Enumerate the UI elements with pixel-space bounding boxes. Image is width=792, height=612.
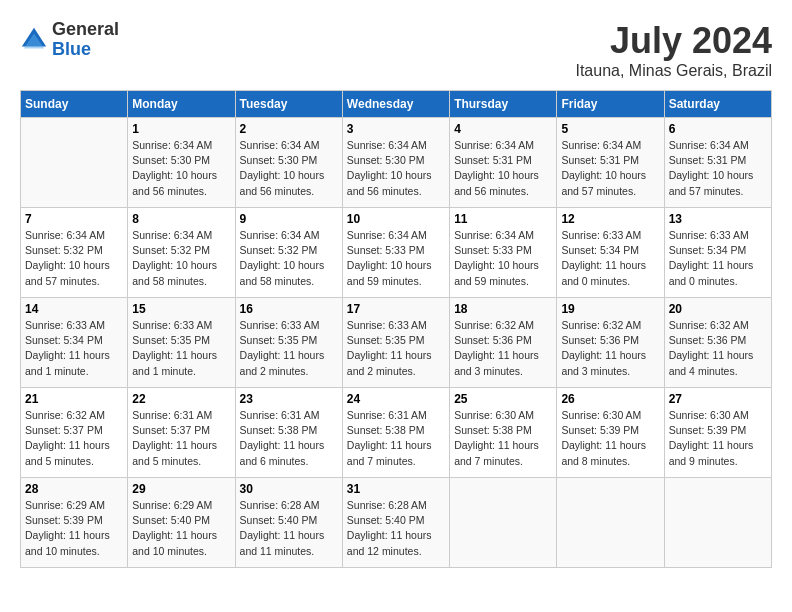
- day-number: 9: [240, 212, 338, 226]
- day-cell: 9Sunrise: 6:34 AMSunset: 5:32 PMDaylight…: [235, 208, 342, 298]
- day-info: Sunrise: 6:33 AMSunset: 5:34 PMDaylight:…: [25, 318, 123, 379]
- day-cell: 18Sunrise: 6:32 AMSunset: 5:36 PMDayligh…: [450, 298, 557, 388]
- week-row-5: 28Sunrise: 6:29 AMSunset: 5:39 PMDayligh…: [21, 478, 772, 568]
- day-cell: 31Sunrise: 6:28 AMSunset: 5:40 PMDayligh…: [342, 478, 449, 568]
- day-cell: [450, 478, 557, 568]
- day-cell: 10Sunrise: 6:34 AMSunset: 5:33 PMDayligh…: [342, 208, 449, 298]
- day-info: Sunrise: 6:33 AMSunset: 5:35 PMDaylight:…: [240, 318, 338, 379]
- day-cell: 30Sunrise: 6:28 AMSunset: 5:40 PMDayligh…: [235, 478, 342, 568]
- header-cell-tuesday: Tuesday: [235, 91, 342, 118]
- day-number: 23: [240, 392, 338, 406]
- day-number: 26: [561, 392, 659, 406]
- day-cell: 22Sunrise: 6:31 AMSunset: 5:37 PMDayligh…: [128, 388, 235, 478]
- day-info: Sunrise: 6:32 AMSunset: 5:36 PMDaylight:…: [454, 318, 552, 379]
- day-info: Sunrise: 6:34 AMSunset: 5:31 PMDaylight:…: [561, 138, 659, 199]
- day-cell: 28Sunrise: 6:29 AMSunset: 5:39 PMDayligh…: [21, 478, 128, 568]
- day-number: 22: [132, 392, 230, 406]
- logo: General Blue: [20, 20, 119, 60]
- header-cell-saturday: Saturday: [664, 91, 771, 118]
- day-number: 1: [132, 122, 230, 136]
- header-cell-monday: Monday: [128, 91, 235, 118]
- day-info: Sunrise: 6:34 AMSunset: 5:33 PMDaylight:…: [454, 228, 552, 289]
- logo-icon: [20, 26, 48, 54]
- calendar-header: SundayMondayTuesdayWednesdayThursdayFrid…: [21, 91, 772, 118]
- day-cell: 15Sunrise: 6:33 AMSunset: 5:35 PMDayligh…: [128, 298, 235, 388]
- day-cell: 20Sunrise: 6:32 AMSunset: 5:36 PMDayligh…: [664, 298, 771, 388]
- day-number: 20: [669, 302, 767, 316]
- day-info: Sunrise: 6:30 AMSunset: 5:38 PMDaylight:…: [454, 408, 552, 469]
- day-number: 8: [132, 212, 230, 226]
- day-number: 16: [240, 302, 338, 316]
- day-info: Sunrise: 6:34 AMSunset: 5:30 PMDaylight:…: [347, 138, 445, 199]
- day-cell: 6Sunrise: 6:34 AMSunset: 5:31 PMDaylight…: [664, 118, 771, 208]
- day-cell: 11Sunrise: 6:34 AMSunset: 5:33 PMDayligh…: [450, 208, 557, 298]
- day-info: Sunrise: 6:28 AMSunset: 5:40 PMDaylight:…: [240, 498, 338, 559]
- day-info: Sunrise: 6:33 AMSunset: 5:35 PMDaylight:…: [347, 318, 445, 379]
- day-cell: 2Sunrise: 6:34 AMSunset: 5:30 PMDaylight…: [235, 118, 342, 208]
- day-cell: 3Sunrise: 6:34 AMSunset: 5:30 PMDaylight…: [342, 118, 449, 208]
- day-number: 15: [132, 302, 230, 316]
- day-cell: 16Sunrise: 6:33 AMSunset: 5:35 PMDayligh…: [235, 298, 342, 388]
- day-cell: 21Sunrise: 6:32 AMSunset: 5:37 PMDayligh…: [21, 388, 128, 478]
- header-cell-wednesday: Wednesday: [342, 91, 449, 118]
- week-row-1: 1Sunrise: 6:34 AMSunset: 5:30 PMDaylight…: [21, 118, 772, 208]
- day-info: Sunrise: 6:28 AMSunset: 5:40 PMDaylight:…: [347, 498, 445, 559]
- day-info: Sunrise: 6:29 AMSunset: 5:40 PMDaylight:…: [132, 498, 230, 559]
- day-number: 2: [240, 122, 338, 136]
- day-info: Sunrise: 6:34 AMSunset: 5:30 PMDaylight:…: [132, 138, 230, 199]
- day-info: Sunrise: 6:31 AMSunset: 5:38 PMDaylight:…: [240, 408, 338, 469]
- day-cell: 26Sunrise: 6:30 AMSunset: 5:39 PMDayligh…: [557, 388, 664, 478]
- day-cell: 4Sunrise: 6:34 AMSunset: 5:31 PMDaylight…: [450, 118, 557, 208]
- day-number: 19: [561, 302, 659, 316]
- day-info: Sunrise: 6:34 AMSunset: 5:32 PMDaylight:…: [132, 228, 230, 289]
- month-title: July 2024: [575, 20, 772, 62]
- day-number: 31: [347, 482, 445, 496]
- day-number: 10: [347, 212, 445, 226]
- week-row-4: 21Sunrise: 6:32 AMSunset: 5:37 PMDayligh…: [21, 388, 772, 478]
- day-info: Sunrise: 6:34 AMSunset: 5:32 PMDaylight:…: [25, 228, 123, 289]
- header-cell-sunday: Sunday: [21, 91, 128, 118]
- day-number: 4: [454, 122, 552, 136]
- day-cell: [21, 118, 128, 208]
- day-number: 29: [132, 482, 230, 496]
- day-number: 6: [669, 122, 767, 136]
- day-cell: [557, 478, 664, 568]
- day-info: Sunrise: 6:34 AMSunset: 5:30 PMDaylight:…: [240, 138, 338, 199]
- day-info: Sunrise: 6:33 AMSunset: 5:34 PMDaylight:…: [669, 228, 767, 289]
- day-info: Sunrise: 6:32 AMSunset: 5:36 PMDaylight:…: [669, 318, 767, 379]
- day-number: 30: [240, 482, 338, 496]
- day-cell: 5Sunrise: 6:34 AMSunset: 5:31 PMDaylight…: [557, 118, 664, 208]
- day-number: 24: [347, 392, 445, 406]
- day-number: 27: [669, 392, 767, 406]
- day-info: Sunrise: 6:34 AMSunset: 5:31 PMDaylight:…: [454, 138, 552, 199]
- day-cell: 1Sunrise: 6:34 AMSunset: 5:30 PMDaylight…: [128, 118, 235, 208]
- day-cell: [664, 478, 771, 568]
- day-info: Sunrise: 6:31 AMSunset: 5:37 PMDaylight:…: [132, 408, 230, 469]
- day-number: 13: [669, 212, 767, 226]
- day-cell: 14Sunrise: 6:33 AMSunset: 5:34 PMDayligh…: [21, 298, 128, 388]
- logo-blue: Blue: [52, 39, 91, 59]
- day-number: 14: [25, 302, 123, 316]
- day-info: Sunrise: 6:33 AMSunset: 5:35 PMDaylight:…: [132, 318, 230, 379]
- location-title: Itauna, Minas Gerais, Brazil: [575, 62, 772, 80]
- day-number: 21: [25, 392, 123, 406]
- calendar-table: SundayMondayTuesdayWednesdayThursdayFrid…: [20, 90, 772, 568]
- day-info: Sunrise: 6:29 AMSunset: 5:39 PMDaylight:…: [25, 498, 123, 559]
- day-cell: 8Sunrise: 6:34 AMSunset: 5:32 PMDaylight…: [128, 208, 235, 298]
- day-cell: 23Sunrise: 6:31 AMSunset: 5:38 PMDayligh…: [235, 388, 342, 478]
- logo-text: General Blue: [52, 20, 119, 60]
- day-number: 17: [347, 302, 445, 316]
- logo-general: General: [52, 19, 119, 39]
- day-number: 28: [25, 482, 123, 496]
- day-info: Sunrise: 6:34 AMSunset: 5:32 PMDaylight:…: [240, 228, 338, 289]
- day-info: Sunrise: 6:31 AMSunset: 5:38 PMDaylight:…: [347, 408, 445, 469]
- week-row-2: 7Sunrise: 6:34 AMSunset: 5:32 PMDaylight…: [21, 208, 772, 298]
- day-cell: 25Sunrise: 6:30 AMSunset: 5:38 PMDayligh…: [450, 388, 557, 478]
- title-area: July 2024 Itauna, Minas Gerais, Brazil: [575, 20, 772, 80]
- day-info: Sunrise: 6:34 AMSunset: 5:31 PMDaylight:…: [669, 138, 767, 199]
- day-number: 25: [454, 392, 552, 406]
- day-number: 5: [561, 122, 659, 136]
- day-info: Sunrise: 6:30 AMSunset: 5:39 PMDaylight:…: [561, 408, 659, 469]
- day-number: 7: [25, 212, 123, 226]
- day-number: 12: [561, 212, 659, 226]
